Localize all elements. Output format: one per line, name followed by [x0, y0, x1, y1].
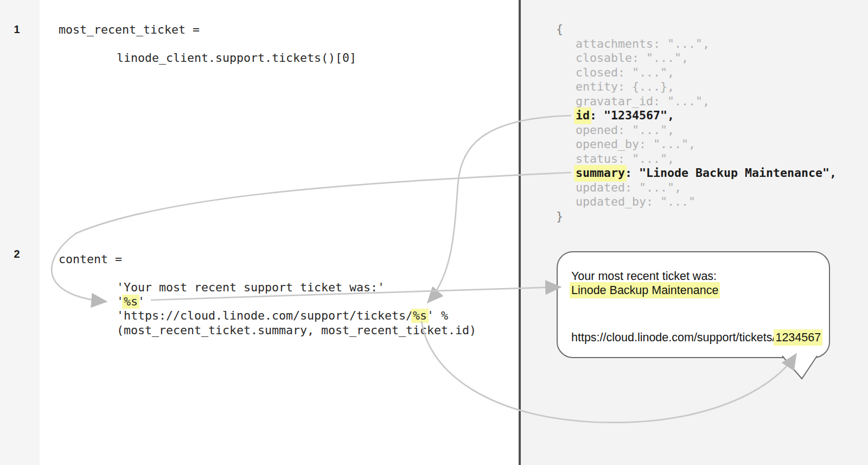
code-string-3: 'https://cloud.linode.com/support/ticket… [117, 310, 448, 322]
ticket-object-line: attachments: "...", [556, 37, 837, 52]
code-url-prefix: 'https://cloud.linode.com/support/ticket… [117, 309, 413, 322]
ticket-object-line: } [556, 209, 837, 224]
bubble-url-line: https://cloud.linode.com/support/tickets… [571, 330, 821, 345]
code-line1-assignment: most_recent_ticket = [59, 24, 200, 36]
percent-s-placeholder-2: %s [411, 309, 429, 323]
bubble-url-prefix: https://cloud.linode.com/support/tickets… [571, 331, 775, 344]
line-number-gutter [0, 0, 40, 465]
bubble-line-1: Your most recent ticket was: [571, 269, 717, 283]
output-bubble: Your most recent ticket was: Linode Back… [557, 251, 830, 358]
ticket-object-line: { [556, 22, 837, 37]
ticket-object-line: updated_by: "..." [556, 195, 837, 209]
percent-s-placeholder-1: %s [122, 295, 139, 309]
ticket-field-key-id: id [574, 107, 591, 124]
ticket-object-line: updated: "...", [556, 181, 837, 195]
ticket-object: {attachments: "...",closable: "...",clos… [556, 22, 837, 224]
bubble-line-2: Linode Backup Maintenance [571, 283, 718, 297]
pane-divider [519, 0, 521, 465]
code-string-1: 'Your most recent support ticket was:' [117, 282, 385, 294]
ticket-object-line: status: "...", [556, 152, 837, 167]
code-string-2-quote-close: ' [138, 295, 145, 308]
ticket-object-line: gravatar_id: "...", [556, 94, 837, 109]
ticket-field-key-summary: summary [574, 165, 627, 182]
line-number-2: 2 [6, 248, 28, 260]
line-number-1: 1 [6, 23, 28, 35]
ticket-object-line: closed: "...", [556, 66, 837, 80]
code-flow-diagram: 1 2 most_recent_ticket = linode_client.s… [0, 0, 868, 465]
code-string-3-suffix: ' % [427, 309, 448, 322]
code-line2-assignment: content = [59, 253, 122, 265]
ticket-object-line: opened_by: "...", [556, 137, 837, 152]
bubble-ticket-id-value: 1234567 [774, 329, 822, 346]
ticket-object-line: entity: {...}, [556, 80, 837, 94]
code-format-args: (most_recent_ticket.summary, most_recent… [117, 324, 476, 336]
code-string-2: '%s' [117, 296, 145, 308]
ticket-object-line: id: "1234567", [556, 109, 837, 123]
ticket-object-line: summary: "Linode Backup Maintenance", [556, 166, 837, 181]
bubble-summary-value: Linode Backup Maintenance [570, 282, 720, 298]
ticket-object-line: opened: "...", [556, 123, 837, 138]
code-line1-value: linode_client.support.tickets()[0] [117, 52, 356, 64]
ticket-object-line: closable: "...", [556, 51, 837, 66]
